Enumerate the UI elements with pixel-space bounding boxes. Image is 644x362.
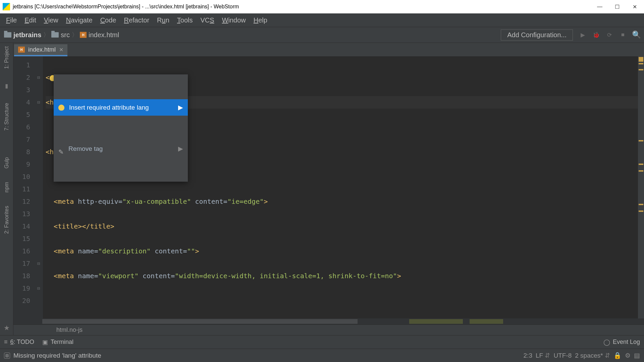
menu-tools[interactable]: Tools — [174, 15, 196, 25]
menu-help[interactable]: Help — [250, 15, 271, 25]
intention-remove-tag[interactable]: ✎ Remove tag ▶ — [54, 140, 188, 157]
menu-file[interactable]: File — [3, 15, 20, 25]
editor-breadcrumb[interactable]: html.no-js — [13, 324, 644, 335]
terminal-icon: ▣ — [42, 339, 48, 346]
menu-vcs[interactable]: VCS — [197, 15, 218, 25]
status-toggle-icon[interactable]: ⊟ — [4, 353, 10, 359]
html-file-icon — [18, 47, 25, 53]
analysis-status-icon[interactable] — [639, 57, 643, 62]
todo-icon: ≡ — [4, 339, 8, 346]
memory-icon[interactable]: ▤ — [634, 352, 640, 359]
menu-refactor[interactable]: Refactor — [120, 15, 153, 25]
edit-icon: ✎ — [58, 146, 64, 152]
breadcrumb-file[interactable]: index.html — [89, 31, 119, 39]
app-icon — [3, 3, 10, 10]
fold-icon[interactable]: ⊟ — [34, 96, 43, 109]
minimize-button[interactable]: — — [596, 3, 604, 11]
cursor-position[interactable]: 2:3 — [524, 352, 532, 359]
folder-icon — [51, 32, 59, 38]
toolwindow-todo[interactable]: ≡ 6: TODO — [4, 339, 34, 346]
toolwindow-project[interactable]: 1: Project — [4, 46, 10, 69]
chevron-right-icon: 〉 — [43, 31, 49, 39]
tab-label: index.html — [28, 46, 56, 53]
scrollbar-thumb[interactable] — [42, 319, 358, 324]
error-stripe[interactable] — [638, 56, 644, 318]
project-icon[interactable]: ▮ — [5, 82, 8, 89]
toolwindow-favorites[interactable]: 2: Favorites — [4, 206, 10, 234]
run-icon[interactable]: ▶ — [579, 31, 586, 39]
code-editor[interactable]: <doctype html> <html class="no-js"> <h <… — [43, 56, 638, 318]
left-toolwindow-bar: 1: Project ▮ 7: Structure Gulp npm 2: Fa… — [0, 43, 13, 335]
bottom-toolwindow-bar: ≡ 6: TODO ▣ Terminal ◯ Event Log — [0, 335, 644, 349]
menu-view[interactable]: View — [41, 15, 62, 25]
intention-insert-lang[interactable]: Insert required attribute lang ▶ — [54, 99, 188, 116]
line-separator[interactable]: LF ⇵ — [536, 352, 550, 359]
tab-index-html[interactable]: index.html ✕ — [14, 44, 67, 56]
debug-icon[interactable]: 🐞 — [592, 31, 600, 39]
statusbar: ⊟ Missing required 'lang' attribute 2:3 … — [0, 349, 644, 362]
toolwindow-structure[interactable]: 7: Structure — [4, 103, 10, 131]
fold-end-icon[interactable]: ⊟ — [34, 257, 43, 270]
lock-icon[interactable]: 🔒 — [613, 352, 622, 359]
toolwindow-terminal[interactable]: ▣ Terminal — [42, 339, 73, 346]
editor-tabs: index.html ✕ — [13, 43, 644, 56]
close-button[interactable]: ✕ — [631, 3, 639, 11]
menu-run[interactable]: Run — [154, 15, 173, 25]
folder-icon — [4, 32, 11, 38]
bulb-icon — [58, 105, 64, 111]
menu-code[interactable]: Code — [97, 15, 120, 25]
event-log-icon: ◯ — [603, 339, 610, 346]
fold-icon[interactable]: ⊟ — [34, 282, 43, 295]
fold-icon[interactable]: ⊟ — [34, 71, 43, 84]
coverage-icon[interactable]: ⟳ — [606, 31, 613, 39]
add-configuration-button[interactable]: Add Configuration... — [501, 29, 573, 41]
submenu-arrow-icon: ▶ — [178, 101, 183, 114]
intention-popup: Insert required attribute lang ▶ ✎ Remov… — [54, 74, 188, 182]
hector-icon[interactable]: ⚙ — [625, 352, 631, 359]
line-numbers: 12345678910 11121314151617181920 — [13, 56, 34, 318]
maximize-button[interactable]: ☐ — [613, 3, 621, 11]
breadcrumb-src[interactable]: src — [61, 31, 70, 39]
window-controls: — ☐ ✕ — [596, 3, 639, 11]
fold-gutter: ⊟⊟ ⊟⊟ — [34, 56, 43, 318]
window-title: jetbrains [C:\Users\rache\WebstormProjec… — [13, 4, 596, 10]
chevron-right-icon: 〉 — [72, 31, 78, 39]
favorites-star-icon[interactable]: ★ — [4, 324, 10, 332]
breadcrumb: jetbrains 〉 src 〉 index.html — [4, 31, 119, 39]
toolwindow-event-log[interactable]: Event Log — [613, 339, 640, 346]
close-tab-icon[interactable]: ✕ — [59, 47, 63, 53]
indent-setting[interactable]: 2 spaces* ⇵ — [575, 352, 610, 359]
breadcrumb-root[interactable]: jetbrains — [13, 31, 41, 39]
menu-window[interactable]: Window — [219, 15, 249, 25]
toolwindow-gulp[interactable]: Gulp — [4, 157, 10, 169]
horizontal-scrollbar[interactable] — [13, 318, 644, 324]
encoding[interactable]: UTF-8 — [553, 352, 572, 359]
menubar: File Edit View Navigate Code Refactor Ru… — [0, 13, 644, 27]
html-file-icon — [80, 32, 87, 38]
menu-edit[interactable]: Edit — [21, 15, 39, 25]
toolwindow-npm[interactable]: npm — [4, 182, 10, 192]
navbar: jetbrains 〉 src 〉 index.html Add Configu… — [0, 27, 644, 43]
search-icon[interactable]: 🔍 — [633, 31, 640, 39]
stop-icon[interactable]: ■ — [619, 31, 627, 39]
menu-navigate[interactable]: Navigate — [63, 15, 96, 25]
status-message: Missing required 'lang' attribute — [13, 352, 101, 359]
titlebar: jetbrains [C:\Users\rache\WebstormProjec… — [0, 0, 644, 13]
submenu-arrow-icon: ▶ — [178, 142, 183, 155]
